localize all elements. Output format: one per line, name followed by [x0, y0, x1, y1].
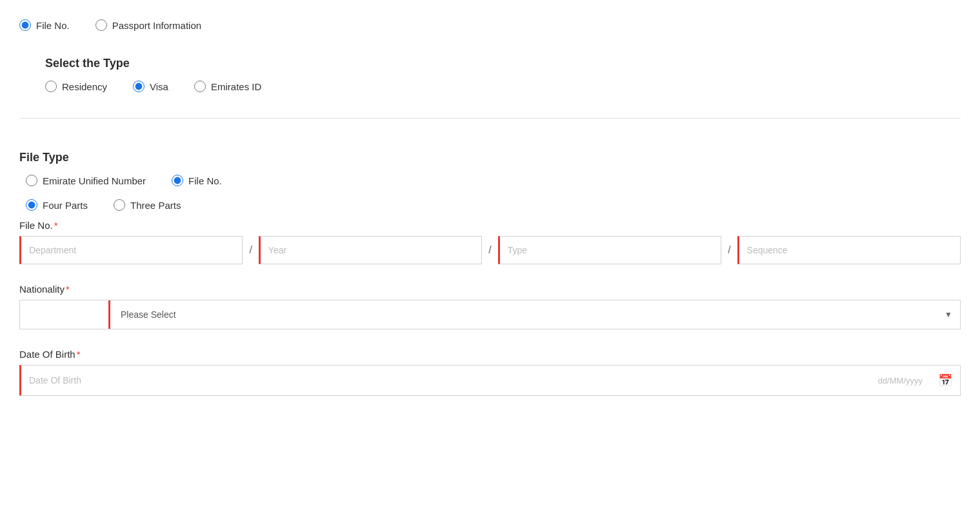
dob-format-hint: dd/MM/yyyy — [870, 376, 930, 385]
passport-info-radio-label[interactable]: Passport Information — [95, 19, 201, 31]
nationality-label: Nationality* — [19, 284, 961, 295]
sequence-input[interactable] — [737, 236, 961, 264]
file-type-section: File Type Emirate Unified Number File No… — [19, 138, 961, 402]
dob-input-wrapper: dd/MM/yyyy 📅 — [19, 365, 961, 396]
file-no-radio[interactable] — [19, 19, 31, 31]
three-parts-radio-label[interactable]: Three Parts — [114, 199, 181, 211]
nationality-input-row: Please Select ▼ — [19, 300, 961, 329]
file-no-type-label: File No. — [188, 175, 222, 186]
residency-label: Residency — [62, 81, 107, 92]
dob-input[interactable] — [21, 366, 870, 395]
file-type-title: File Type — [19, 151, 961, 164]
top-radio-section: File No. Passport Information — [19, 13, 961, 44]
type-input-wrapper — [498, 236, 721, 264]
nationality-section: Nationality* Please Select ▼ — [19, 284, 961, 329]
three-parts-label: Three Parts — [130, 200, 181, 211]
parts-radio-group: Four Parts Three Parts — [19, 199, 961, 211]
residency-radio[interactable] — [45, 81, 57, 92]
separator-1: / — [243, 244, 258, 256]
type-section-title: Select the Type — [45, 57, 961, 70]
emirate-unified-radio[interactable] — [26, 175, 37, 186]
file-no-type-radio-label[interactable]: File No. — [172, 175, 222, 186]
sequence-input-wrapper — [737, 236, 961, 264]
department-input-wrapper — [19, 236, 243, 264]
passport-info-radio-text: Passport Information — [112, 20, 201, 31]
separator-3: / — [721, 244, 737, 256]
year-input[interactable] — [259, 236, 482, 264]
nationality-required: * — [66, 284, 70, 295]
emirate-unified-label: Emirate Unified Number — [43, 175, 146, 186]
file-no-required: * — [54, 220, 58, 231]
calendar-icon[interactable]: 📅 — [930, 373, 960, 387]
department-input[interactable] — [19, 236, 243, 264]
file-type-radio-group: Emirate Unified Number File No. — [19, 175, 961, 186]
file-no-radio-label[interactable]: File No. — [19, 19, 70, 31]
visa-radio-label[interactable]: Visa — [133, 81, 168, 92]
residency-radio-label[interactable]: Residency — [45, 81, 107, 92]
passport-info-radio[interactable] — [95, 19, 107, 31]
type-radio-group: Residency Visa Emirates ID — [45, 81, 961, 92]
visa-label: Visa — [150, 81, 168, 92]
nationality-select-wrapper[interactable]: Please Select ▼ — [110, 300, 960, 329]
top-radio-group: File No. Passport Information — [19, 19, 961, 31]
type-section: Select the Type Residency Visa Emirates … — [19, 44, 961, 105]
file-no-inputs-group: / / / — [19, 236, 961, 264]
four-parts-label: Four Parts — [43, 200, 88, 211]
emirate-unified-radio-label[interactable]: Emirate Unified Number — [26, 175, 146, 186]
nationality-text-input[interactable] — [20, 300, 110, 329]
year-input-wrapper — [259, 236, 482, 264]
dob-label: Date Of Birth* — [19, 349, 961, 360]
three-parts-radio[interactable] — [114, 199, 125, 211]
file-no-field-label: File No.* — [19, 220, 961, 231]
emirates-id-label: Emirates ID — [211, 81, 261, 92]
four-parts-radio[interactable] — [26, 199, 37, 211]
emirates-id-radio-label[interactable]: Emirates ID — [194, 81, 261, 92]
emirates-id-radio[interactable] — [194, 81, 206, 92]
section-divider — [19, 118, 961, 119]
nationality-select[interactable]: Please Select — [110, 300, 960, 329]
dob-section: Date Of Birth* dd/MM/yyyy 📅 — [19, 349, 961, 396]
dob-required: * — [77, 349, 81, 360]
separator-2: / — [482, 244, 497, 256]
visa-radio[interactable] — [133, 81, 145, 92]
four-parts-radio-label[interactable]: Four Parts — [26, 199, 88, 211]
file-no-type-radio[interactable] — [172, 175, 183, 186]
file-no-radio-text: File No. — [36, 20, 70, 31]
type-input[interactable] — [498, 236, 721, 264]
